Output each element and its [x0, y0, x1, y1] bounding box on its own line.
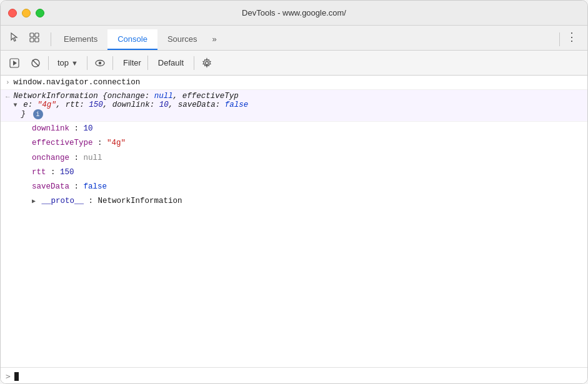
- console-input-row: › window.navigator.connection: [1, 76, 587, 90]
- execute-button[interactable]: [6, 54, 23, 72]
- prop-key-savedata: saveData: [32, 182, 69, 191]
- prop-downlink: downlink : 10: [1, 122, 587, 136]
- prop-rtt: rtt : 150: [1, 165, 587, 180]
- devtools-icons: [7, 30, 42, 50]
- output-object-label: NetworkInformation {onchange:: [14, 92, 154, 101]
- tab-divider-left: [51, 32, 51, 46]
- output-downlink: , downlink:: [103, 101, 159, 109]
- context-selector[interactable]: top ▼: [52, 56, 83, 70]
- svg-rect-2: [30, 38, 34, 42]
- prop-effectivetype: effectiveType : "4g": [1, 136, 587, 150]
- prop-key-downlink: downlink: [32, 124, 69, 133]
- prop-key-proto: __proto__: [42, 197, 84, 205]
- prop-key-onchange: onchange: [32, 154, 69, 162]
- prop-sep-1: :: [74, 124, 84, 133]
- info-badge[interactable]: i: [33, 109, 43, 119]
- tab-sources[interactable]: Sources: [157, 29, 207, 50]
- prop-sep-2: :: [97, 139, 107, 147]
- prop-savedata: saveData : false: [1, 180, 587, 194]
- svg-rect-0: [30, 33, 34, 37]
- output-line2-text: e:: [23, 101, 37, 109]
- output-close: } i: [14, 109, 249, 119]
- prop-val-rtt: 150: [60, 168, 74, 177]
- console-input-text: window.navigator.connection: [14, 78, 141, 87]
- prop-sep-5: :: [74, 182, 84, 191]
- downlink-val: 10: [159, 101, 169, 109]
- false-val: false: [225, 101, 249, 109]
- output-line1: NetworkInformation {onchange: null, effe…: [14, 92, 249, 101]
- console-output-row: ← NetworkInformation {onchange: null, ef…: [1, 90, 587, 122]
- bottom-prompt-symbol: >: [6, 372, 11, 381]
- prop-key-effectivetype: effectiveType: [32, 139, 93, 147]
- svg-line-7: [32, 60, 39, 66]
- null-val-1: null: [154, 92, 173, 101]
- output-cont-1: , effectiveTyp: [173, 92, 239, 101]
- settings-button[interactable]: [198, 54, 216, 72]
- prop-val-onchange: null: [84, 154, 102, 162]
- svg-rect-1: [35, 33, 39, 37]
- maximize-button[interactable]: [36, 9, 44, 17]
- prop-key-rtt: rtt: [32, 168, 46, 177]
- svg-point-10: [206, 61, 209, 64]
- close-button[interactable]: [8, 9, 17, 17]
- default-button[interactable]: Default: [152, 56, 190, 70]
- more-tabs-button[interactable]: »: [207, 29, 222, 50]
- toolbar-divider-4: [194, 56, 194, 70]
- svg-point-9: [99, 61, 101, 64]
- console-bottom-input[interactable]: >: [1, 367, 587, 384]
- prop-val-proto: NetworkInformation: [98, 197, 182, 205]
- inspect-icon[interactable]: [27, 30, 42, 45]
- toolbar-divider-2: [87, 56, 87, 70]
- devtools-menu-button[interactable]: ⋮: [562, 26, 581, 47]
- console-area[interactable]: › window.navigator.connection ← NetworkI…: [1, 76, 587, 384]
- context-arrow: ▼: [71, 59, 78, 67]
- prop-onchange: onchange : null: [1, 151, 587, 165]
- toolbar-divider-3: [112, 56, 113, 70]
- output-savedata: , saveData:: [169, 101, 225, 109]
- cursor-blink: [14, 372, 19, 381]
- prop-proto: __proto__ : NetworkInformation: [1, 194, 587, 209]
- prop-val-savedata: false: [84, 182, 107, 191]
- output-arrow: ←: [6, 92, 10, 101]
- input-chevron: ›: [6, 79, 10, 86]
- window-title: DevTools - www.google.com/: [242, 8, 346, 17]
- prop-sep-4: :: [51, 168, 60, 177]
- minimize-button[interactable]: [22, 9, 31, 17]
- cursor-icon[interactable]: [7, 30, 22, 45]
- prop-val-effectivetype: "4g": [107, 139, 126, 147]
- prop-val-downlink: 10: [84, 124, 93, 133]
- tabbar: Elements Console Sources » ⋮: [1, 26, 587, 51]
- console-wrapper: › window.navigator.connection ← NetworkI…: [1, 76, 587, 384]
- tab-divider-right: [559, 32, 560, 46]
- expanded-props: downlink : 10 effectiveType : "4g" oncha…: [1, 122, 587, 209]
- string-4g: "4g": [37, 101, 56, 109]
- tab-console[interactable]: Console: [107, 29, 157, 50]
- proto-expand-arrow[interactable]: [32, 196, 36, 207]
- svg-rect-3: [35, 38, 39, 42]
- output-content: NetworkInformation {onchange: null, effe…: [14, 92, 249, 119]
- svg-marker-5: [13, 61, 17, 66]
- toolbar-divider-1: [48, 56, 49, 70]
- output-rtt: , rtt:: [56, 101, 89, 109]
- filter-button[interactable]: Filter: [117, 56, 148, 70]
- rtt-val: 150: [89, 101, 103, 109]
- expand-arrow[interactable]: [14, 102, 17, 109]
- output-line2: e: "4g", rtt: 150, downlink: 10, saveDat…: [14, 101, 249, 109]
- console-toolbar: top ▼ Filter Default: [1, 51, 587, 76]
- prop-sep-proto: :: [89, 197, 98, 205]
- eye-button[interactable]: [91, 54, 109, 72]
- titlebar: DevTools - www.google.com/: [1, 1, 587, 26]
- tab-elements[interactable]: Elements: [54, 29, 107, 50]
- prop-sep-3: :: [74, 154, 84, 162]
- block-icon[interactable]: [27, 54, 44, 72]
- traffic-lights: [8, 9, 44, 17]
